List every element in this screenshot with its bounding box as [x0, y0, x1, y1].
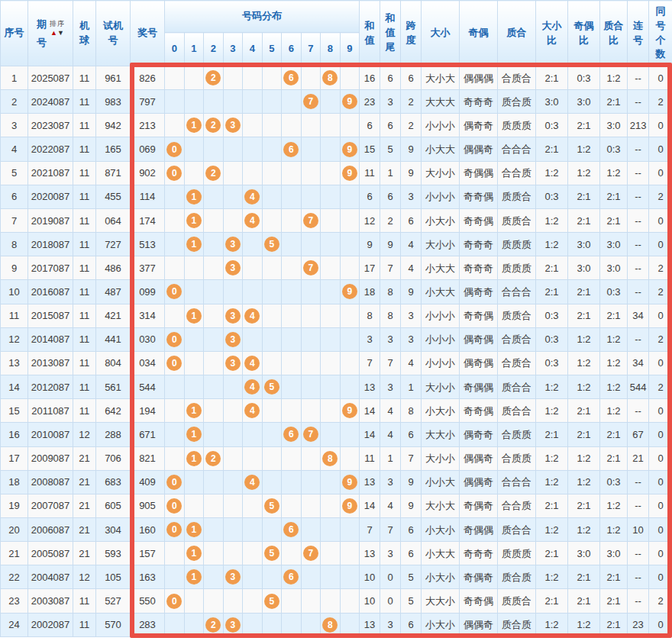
- span-cell: 2: [401, 114, 422, 137]
- digit-cell: [223, 375, 243, 399]
- prime-ratio-cell: 0:3: [600, 470, 628, 494]
- digit-cell: [262, 470, 282, 494]
- size-ratio-cell: 0:3: [536, 327, 568, 351]
- digit-cell: [184, 161, 204, 185]
- digit-cell: 9: [340, 90, 360, 114]
- digit-cell: [282, 304, 302, 327]
- parity-ratio-cell: 3:0: [568, 542, 600, 565]
- digit-ball: 1: [186, 451, 202, 466]
- digit-ball: 2: [205, 70, 221, 85]
- digit-ball: 9: [342, 142, 357, 157]
- table-row: 1220140871144103003333小小小偶奇偶合质合0:31:21:2…: [1, 327, 672, 351]
- digit-cell: [204, 517, 224, 541]
- span-cell: 6: [401, 66, 422, 90]
- span-cell: 4: [401, 256, 422, 280]
- digit-ball: 6: [283, 142, 299, 157]
- sum-cell: 11: [360, 161, 380, 185]
- consecutive-cell: 34: [628, 351, 649, 375]
- size-ratio-cell: 2:1: [536, 280, 568, 304]
- digit-cell: [223, 185, 243, 208]
- test-number-cell: 064: [96, 208, 131, 232]
- period-cell: 2012087: [28, 375, 73, 399]
- period-cell: 2003087: [28, 589, 73, 613]
- digit-cell: 0: [165, 351, 185, 375]
- span-cell: 6: [401, 423, 422, 446]
- digit-cell: [321, 470, 341, 494]
- digit-header-0: 0: [165, 33, 185, 66]
- table-row: 152011087116421941491448小大小奇奇偶质合合1:22:11…: [1, 399, 672, 423]
- seq-cell: 4: [1, 137, 28, 161]
- col-header-period: 期号 排序 ▲▼: [28, 1, 73, 66]
- size-ratio-cell: 0:3: [536, 351, 568, 375]
- digit-cell: [243, 517, 263, 541]
- digit-ball: 0: [166, 284, 182, 299]
- test-number-cell: 527: [96, 589, 131, 613]
- table-row: 12025087119618262681666大小大偶偶偶合质合2:10:31:…: [1, 66, 672, 90]
- digit-cell: 7: [301, 423, 321, 446]
- sum-cell: 23: [360, 90, 380, 114]
- digit-cell: 3: [223, 233, 243, 256]
- size-ratio-cell: 1:2: [536, 208, 568, 232]
- col-header-prize-number: 奖号: [131, 1, 165, 66]
- digit-ball: 0: [166, 498, 182, 514]
- digit-cell: [223, 137, 243, 161]
- col-header-prime: 质合: [498, 1, 536, 66]
- sort-desc-icon[interactable]: ▼: [57, 29, 64, 37]
- digit-cell: [204, 494, 224, 517]
- table-row: 13201308711804034034774小小小偶奇偶合质合0:31:21:…: [1, 351, 672, 375]
- machine-cell: 11: [73, 66, 96, 90]
- sum-tail-cell: 1: [380, 446, 401, 470]
- digit-cell: [321, 565, 341, 589]
- col-header-prime-ratio: 质合比: [600, 1, 628, 66]
- prime-pattern-cell: 合质合: [498, 66, 536, 90]
- parity-ratio-cell: 1:2: [568, 137, 600, 161]
- digit-cell: [321, 114, 341, 137]
- prime-pattern-cell: 质质合: [498, 589, 536, 613]
- prime-ratio-cell: 1:2: [600, 517, 628, 541]
- sum-cell: 17: [360, 256, 380, 280]
- digit-cell: [184, 90, 204, 114]
- prize-number-cell: 174: [131, 208, 165, 232]
- sum-cell: 13: [360, 470, 380, 494]
- table-body: 12025087119618262681666大小大偶偶偶合质合2:10:31:…: [1, 66, 672, 637]
- seq-cell: 24: [1, 613, 28, 636]
- sort-asc-icon[interactable]: ▲: [50, 29, 57, 37]
- consecutive-cell: 21: [628, 446, 649, 470]
- machine-cell: 21: [73, 446, 96, 470]
- seq-cell: 14: [1, 375, 28, 399]
- sort-control[interactable]: 排序 ▲▼: [50, 19, 65, 36]
- sum-tail-cell: 6: [380, 114, 401, 137]
- digit-ball: 3: [225, 118, 241, 133]
- size-pattern-cell: 小大小: [422, 399, 460, 423]
- digit-cell: [301, 161, 321, 185]
- digit-cell: [243, 161, 263, 185]
- machine-cell: 12: [73, 565, 96, 589]
- digit-cell: 4: [243, 304, 263, 327]
- digit-cell: [301, 233, 321, 256]
- digit-ball: 1: [186, 189, 202, 205]
- digit-ball: 2: [205, 617, 221, 633]
- prime-pattern-cell: 质合质: [498, 613, 536, 636]
- parity-pattern-cell: 奇奇偶: [460, 589, 498, 613]
- digit-cell: [223, 280, 243, 304]
- digit-cell: [340, 517, 360, 541]
- table-row: 72019087110641741471226小大小奇奇偶质质合1:22:12:…: [1, 208, 672, 232]
- digit-cell: [301, 589, 321, 613]
- digit-cell: 1: [184, 114, 204, 137]
- size-pattern-cell: 小小小: [422, 185, 460, 208]
- parity-ratio-cell: 2:1: [568, 589, 600, 613]
- seq-cell: 17: [1, 446, 28, 470]
- sum-cell: 7: [360, 351, 380, 375]
- digit-cell: 3: [223, 327, 243, 351]
- prime-ratio-cell: 3:0: [600, 114, 628, 137]
- digit-cell: 6: [282, 517, 302, 541]
- same-count-cell: 0: [649, 446, 672, 470]
- digit-ball: 1: [186, 522, 202, 537]
- digit-cell: 6: [282, 66, 302, 90]
- digit-cell: 5: [262, 542, 282, 565]
- digit-cell: [282, 280, 302, 304]
- digit-ball: 6: [283, 522, 299, 537]
- prime-ratio-cell: 1:2: [600, 399, 628, 423]
- prime-ratio-cell: 2:1: [600, 90, 628, 114]
- digit-cell: [165, 256, 185, 280]
